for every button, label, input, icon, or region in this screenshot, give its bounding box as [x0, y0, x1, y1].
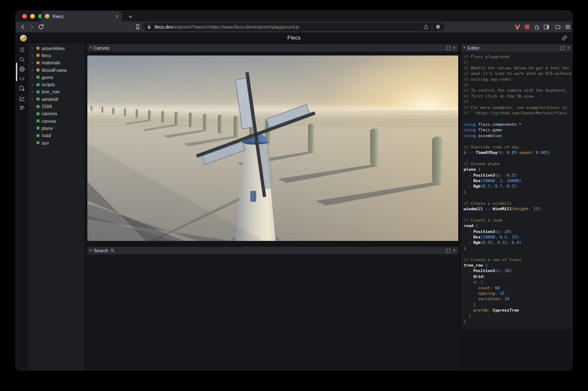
icon-rail — [16, 43, 28, 370]
address-bar[interactable]: flecs.dev/explorer/?wasm=https://www.fle… — [143, 23, 444, 31]
url-path: /explorer/?wasm=https://www.flecs.dev/ex… — [173, 24, 299, 29]
expand-arrow-icon[interactable]: › — [32, 53, 34, 58]
expand-arrow-icon[interactable]: › — [32, 97, 34, 101]
tree-item-label: scripts — [42, 82, 55, 87]
tree-item-assemblies[interactable]: ›assemblies — [28, 45, 84, 52]
browser-tab[interactable]: Flecs × — [41, 11, 122, 21]
traffic-lights — [22, 14, 43, 18]
entity-kind-swatch — [37, 98, 39, 100]
search-panel-title: Search — [94, 248, 108, 253]
collapse-chevron-icon[interactable]: ▾ — [90, 249, 92, 252]
tab-strip: Flecs × + — [16, 11, 572, 21]
app-header: Flecs — [16, 32, 572, 43]
tree-item-label: flecs — [42, 53, 51, 58]
tree-item-windmill[interactable]: ›windmill — [28, 95, 84, 103]
entity-kind-swatch — [37, 83, 39, 86]
search-icon[interactable] — [19, 56, 26, 63]
code-editor[interactable]: // Flecs playground//// Modify the value… — [461, 52, 572, 329]
entity-kind-swatch — [37, 141, 39, 144]
collapse-chevron-icon[interactable]: ▾ — [464, 46, 465, 50]
stats-icon[interactable] — [19, 104, 26, 111]
canvas-panel-header[interactable]: ▾ Canvas × — [87, 44, 458, 52]
url-host: flecs.dev — [155, 24, 173, 29]
fullscreen-icon[interactable] — [446, 46, 451, 50]
forward-icon[interactable] — [29, 24, 35, 30]
close-panel-icon[interactable]: × — [453, 45, 456, 50]
code-icon[interactable] — [19, 75, 26, 82]
canvas-3d-view[interactable] — [87, 55, 458, 241]
chart-icon[interactable] — [19, 95, 26, 101]
tree-item-plane[interactable]: ›plane — [28, 124, 84, 132]
collapse-chevron-icon[interactable]: ▾ — [90, 46, 92, 50]
tree-item-label: canvas — [42, 119, 56, 124]
entity-kind-swatch — [37, 47, 39, 50]
back-icon[interactable] — [19, 24, 26, 30]
browser-toolbar: flecs.dev/explorer/?wasm=https://www.fle… — [16, 21, 572, 32]
tree-item-tree_row[interactable]: ›tree_row — [28, 88, 84, 95]
expand-arrow-icon[interactable]: › — [32, 61, 34, 65]
tree-item-label: assemblies — [42, 46, 65, 51]
inspect-icon[interactable] — [19, 85, 26, 92]
page-title: Flecs — [16, 35, 572, 41]
editor-panel-title: Editor — [467, 45, 480, 50]
search-panel-header[interactable]: ▾ Search × — [87, 247, 458, 254]
shield-icon[interactable] — [435, 24, 441, 30]
tree-item-materials[interactable]: ›materials — [28, 59, 84, 66]
expand-arrow-icon[interactable]: › — [32, 75, 34, 79]
lock-icon[interactable] — [146, 24, 152, 30]
entity-kind-swatch — [37, 90, 39, 93]
url-text[interactable]: flecs.dev/explorer/?wasm=https://www.fle… — [155, 24, 420, 29]
tree-item-road[interactable]: ›road — [28, 132, 84, 139]
expand-arrow-icon[interactable]: › — [32, 46, 34, 50]
tree-item-label: tree_row — [42, 89, 60, 94]
tree-item-1584[interactable]: ›1584 — [28, 103, 84, 110]
tree-item-game[interactable]: ›game — [28, 74, 84, 81]
wallet-icon[interactable] — [554, 24, 561, 30]
fullscreen-icon[interactable] — [446, 248, 451, 253]
tree-item-scripts[interactable]: ›scripts — [28, 81, 84, 88]
divider: | — [431, 24, 433, 29]
tree-item-WoodFrame[interactable]: ›WoodFrame — [28, 66, 84, 74]
entity-kind-swatch — [37, 112, 39, 115]
globe-icon[interactable] — [19, 66, 26, 72]
bookmark-icon[interactable] — [134, 24, 141, 30]
close-panel-icon[interactable]: × — [453, 248, 456, 253]
vpn-icon[interactable] — [514, 24, 521, 30]
code-area[interactable]: // Flecs playground//// Modify the value… — [464, 54, 572, 325]
reload-icon[interactable] — [38, 24, 45, 30]
tree-item-label: plane — [42, 126, 53, 131]
entity-kind-swatch — [37, 61, 39, 64]
close-panel-icon[interactable]: × — [567, 45, 570, 50]
share-icon[interactable] — [423, 24, 429, 30]
hierarchy-icon[interactable] — [19, 46, 26, 53]
tree-item-canvas[interactable]: ›canvas — [28, 117, 84, 124]
tree-item-flecs[interactable]: ›flecs — [28, 52, 84, 59]
canvas-panel-title: Canvas — [94, 45, 109, 50]
tree-item-label: 1584 — [42, 104, 52, 109]
puzzle-icon[interactable] — [533, 24, 540, 30]
entity-kind-swatch — [37, 127, 39, 129]
tab-close-icon[interactable]: × — [116, 14, 118, 19]
search-panel-body[interactable] — [87, 254, 458, 370]
new-tab-button[interactable]: + — [126, 12, 135, 21]
window-close-button[interactable] — [22, 14, 27, 18]
app-content: ›assemblies›flecs›materials›WoodFrame›ga… — [16, 43, 572, 370]
entity-kind-swatch — [37, 134, 39, 137]
menu-icon[interactable] — [564, 24, 571, 30]
search-icon — [110, 248, 115, 253]
windmill-scene — [87, 55, 458, 241]
sidebar-icon[interactable] — [543, 24, 550, 30]
window-minimize-button[interactable] — [30, 14, 35, 18]
tree-item-sun[interactable]: ›sun — [28, 139, 84, 146]
entity-kind-swatch — [37, 69, 39, 71]
expand-arrow-icon[interactable]: › — [32, 82, 34, 87]
extension-icon[interactable] — [524, 24, 530, 30]
flecs-favicon — [45, 13, 50, 19]
tree-item-camera[interactable]: ›camera — [28, 110, 84, 117]
fullscreen-icon[interactable] — [560, 46, 565, 50]
expand-arrow-icon[interactable]: › — [32, 90, 34, 94]
tree-item-label: sun — [42, 140, 49, 145]
editor-panel-header[interactable]: ▾ Editor × — [461, 44, 572, 52]
expand-arrow-icon[interactable]: › — [32, 68, 34, 72]
link-icon[interactable] — [561, 34, 568, 41]
